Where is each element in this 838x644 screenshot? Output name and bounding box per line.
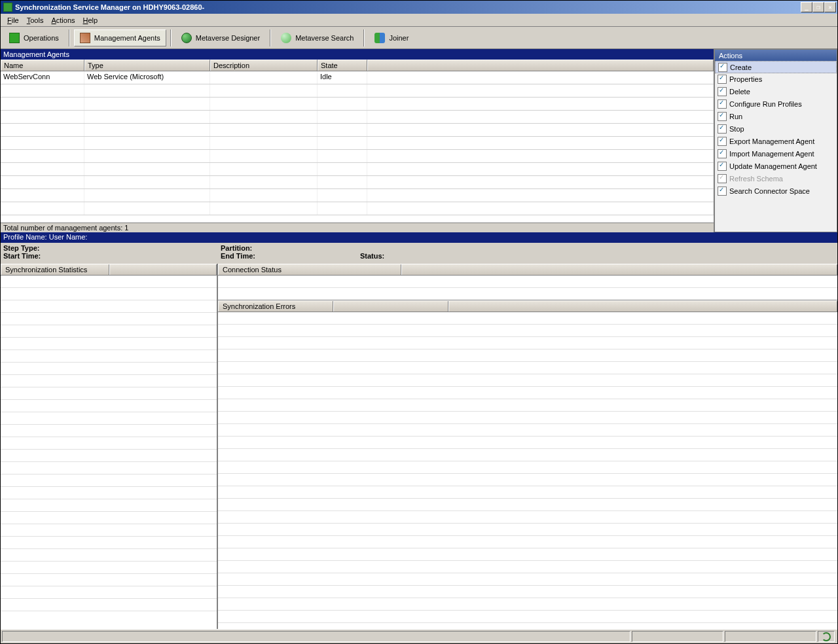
create-icon bbox=[718, 63, 727, 72]
status-main bbox=[2, 631, 630, 642]
cell- bbox=[367, 111, 714, 123]
action-configure-run-profiles[interactable]: Configure Run Profiles bbox=[715, 98, 837, 110]
operations-tab[interactable]: Operations bbox=[3, 29, 65, 46]
minimize-button[interactable]: _ bbox=[801, 2, 812, 12]
cell-type bbox=[84, 137, 210, 149]
cell-state bbox=[318, 137, 367, 149]
actions-panel: Actions Create Properties Delete Configu… bbox=[714, 49, 837, 232]
sync-errors-body[interactable] bbox=[218, 312, 837, 629]
sync-errors-col[interactable]: Synchronization Errors bbox=[218, 301, 333, 312]
action-stop[interactable]: Stop bbox=[715, 122, 837, 135]
menu-actions[interactable]: Actions bbox=[47, 15, 79, 26]
cell-state bbox=[318, 189, 367, 202]
table-row[interactable]: WebServConnWeb Service (Microsoft)Idle bbox=[1, 71, 714, 84]
refresh-schema-icon bbox=[718, 174, 727, 183]
run-icon bbox=[718, 112, 727, 121]
menubar: File Tools Actions Help bbox=[1, 14, 837, 27]
col-state[interactable]: State bbox=[318, 60, 367, 71]
sync-errors-col2[interactable] bbox=[333, 301, 448, 312]
cell-description bbox=[210, 202, 318, 215]
list-item bbox=[218, 611, 837, 623]
maximize-button[interactable]: ❐ bbox=[812, 2, 824, 12]
designer-icon bbox=[181, 33, 192, 43]
list-item bbox=[1, 375, 217, 387]
window-title: Synchronization Service Manager on HDHY9… bbox=[15, 3, 801, 11]
action-properties[interactable]: Properties bbox=[715, 73, 837, 85]
table-row[interactable] bbox=[1, 202, 714, 215]
titlebar: Synchronization Service Manager on HDHY9… bbox=[1, 1, 837, 14]
designer-label: Metaverse Designer bbox=[196, 34, 260, 42]
cell-description bbox=[210, 150, 318, 162]
action-run[interactable]: Run bbox=[715, 110, 837, 122]
action-create[interactable]: Create bbox=[715, 61, 837, 73]
cell-description bbox=[210, 163, 318, 175]
cell-state bbox=[318, 150, 367, 162]
table-row[interactable] bbox=[1, 84, 714, 98]
table-row[interactable] bbox=[1, 189, 714, 202]
list-item bbox=[218, 586, 837, 598]
action-update-ma[interactable]: Update Management Agent bbox=[715, 160, 837, 172]
list-item bbox=[1, 549, 217, 562]
status-refresh[interactable] bbox=[818, 631, 835, 642]
joiner-tab[interactable]: Joiner bbox=[369, 29, 414, 46]
sync-statistics-body[interactable] bbox=[1, 276, 217, 629]
table-row[interactable] bbox=[1, 124, 714, 137]
connection-status-col[interactable]: Connection Status bbox=[218, 264, 401, 275]
action-delete[interactable]: Delete bbox=[715, 85, 837, 98]
start-time-label: Start Time: bbox=[3, 252, 41, 260]
cell-description bbox=[210, 124, 318, 136]
management-agents-tab[interactable]: Management Agents bbox=[74, 29, 166, 46]
toolbar: Operations Management Agents Metaverse D… bbox=[1, 27, 837, 49]
export-icon bbox=[718, 137, 727, 146]
list-item bbox=[1, 288, 217, 300]
app-icon bbox=[3, 3, 12, 12]
cell-state bbox=[318, 98, 367, 110]
connection-status-col2[interactable] bbox=[401, 264, 837, 275]
sync-statistics-col2[interactable] bbox=[109, 264, 217, 275]
list-item bbox=[218, 412, 837, 424]
col-name[interactable]: Name bbox=[1, 60, 84, 71]
metaverse-designer-tab[interactable]: Metaverse Designer bbox=[175, 29, 266, 46]
operations-label: Operations bbox=[24, 34, 59, 42]
sync-statistics-col[interactable]: Synchronization Statistics bbox=[1, 264, 109, 275]
list-item bbox=[218, 349, 837, 362]
list-item bbox=[1, 599, 217, 611]
col-description[interactable]: Description bbox=[210, 60, 318, 71]
table-row[interactable] bbox=[1, 163, 714, 176]
action-import-ma[interactable]: Import Management Agent bbox=[715, 147, 837, 160]
list-item bbox=[218, 598, 837, 611]
connection-status-body[interactable] bbox=[218, 276, 837, 288]
table-row[interactable] bbox=[1, 176, 714, 189]
management-agents-grid[interactable]: Name Type Description State WebServConnW… bbox=[1, 60, 714, 223]
list-item bbox=[1, 437, 217, 450]
menu-file[interactable]: File bbox=[3, 15, 23, 26]
cell- bbox=[367, 98, 714, 110]
table-row[interactable] bbox=[1, 111, 714, 124]
cell-type bbox=[84, 189, 210, 202]
col-type[interactable]: Type bbox=[84, 60, 210, 71]
metaverse-search-tab[interactable]: Metaverse Search bbox=[275, 29, 359, 46]
cell-state bbox=[318, 163, 367, 175]
agents-icon bbox=[80, 33, 90, 43]
list-item bbox=[218, 449, 837, 461]
table-row[interactable] bbox=[1, 98, 714, 111]
cell-state bbox=[318, 111, 367, 123]
cell-type bbox=[84, 150, 210, 162]
status-label: Status: bbox=[360, 252, 384, 260]
table-row[interactable] bbox=[1, 150, 714, 163]
menu-help[interactable]: Help bbox=[79, 15, 102, 26]
list-item bbox=[218, 499, 837, 511]
cell-state bbox=[318, 84, 367, 97]
end-time-label: End Time: bbox=[221, 252, 255, 260]
sync-errors-col3[interactable] bbox=[448, 301, 837, 312]
statusbar bbox=[1, 629, 837, 643]
action-search-connector-space[interactable]: Search Connector Space bbox=[715, 185, 837, 197]
action-export-ma[interactable]: Export Management Agent bbox=[715, 135, 837, 147]
close-button[interactable]: ✕ bbox=[824, 2, 836, 12]
cell-type bbox=[84, 84, 210, 97]
toolbar-separator bbox=[69, 29, 70, 46]
operations-icon bbox=[9, 33, 20, 43]
menu-tools[interactable]: Tools bbox=[23, 15, 48, 26]
cell-description bbox=[210, 84, 318, 97]
table-row[interactable] bbox=[1, 137, 714, 150]
